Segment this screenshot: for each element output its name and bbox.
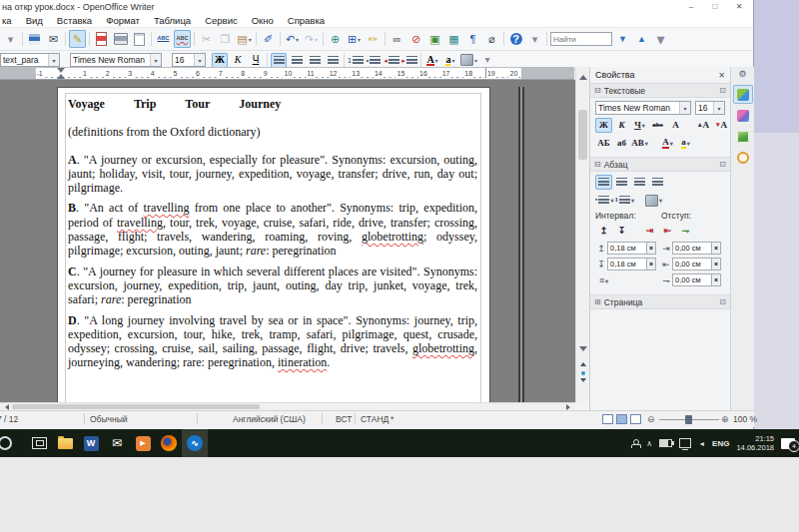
spacing-below-stepper[interactable] [647,258,656,270]
hyperlink-button[interactable]: ⊕ [327,30,344,48]
align-justify-button[interactable] [649,175,666,190]
hanging-indent-button[interactable]: ⇁ [677,224,694,239]
battery-icon[interactable] [659,439,672,447]
export-pdf-button[interactable] [93,30,110,48]
toolbar-overflow-button[interactable]: ▾ [526,30,543,48]
align-left-button[interactable] [595,175,612,190]
line-spacing-dropdown-arrow[interactable]: ▾ [605,277,608,284]
font-size-combo[interactable]: 16 ▾ [172,53,206,67]
draw-functions-button[interactable]: ✏ [365,30,382,48]
highlighting-color-button[interactable]: а▾ [677,136,694,151]
first-line-indent-stepper[interactable] [712,273,721,286]
font-name-combo[interactable]: Times New Roman ▾ [70,53,162,67]
vertical-scroll-thumb[interactable] [578,110,587,160]
formatting-overflow-button[interactable]: ▾ [479,53,495,68]
clone-formatting-button[interactable]: ✐ [260,30,277,48]
language-status[interactable]: Английский (США) [233,414,306,424]
bold-button[interactable]: Ж [212,53,228,68]
navigator-button[interactable]: ⊘ [407,30,424,48]
increase-indent-button[interactable]: ▸ [401,53,417,68]
zoom-button[interactable]: ⌀ [483,30,500,48]
single-page-view-button[interactable] [602,414,613,424]
align-center-button[interactable] [289,53,305,68]
horizontal-scroll-thumb[interactable] [12,404,260,409]
highlighting-color-dropdown-arrow[interactable]: ▾ [451,57,454,64]
style-dropdown-arrow[interactable]: ▾ [48,54,59,66]
horizontal-ruler[interactable]: -11234567891011121314151617181920 [0,67,574,80]
menu-item-4[interactable]: Таблица [147,15,198,26]
menu-item-5[interactable]: Сервис [198,15,245,26]
multi-page-view-button[interactable] [616,414,627,424]
spacing-above-stepper[interactable] [647,242,656,255]
italic-button[interactable]: К [230,53,246,68]
highlighting-color-button[interactable]: а▾ [442,53,458,68]
document-page[interactable]: VoyageTripTourJourney (definitions from … [57,87,490,402]
shrink-font-button[interactable]: ▾А [713,118,730,133]
taskbar-cortana[interactable] [0,429,26,457]
data-sources-button[interactable]: ▦ [445,30,462,48]
vertical-scrollbar[interactable] [575,67,589,402]
text-section-header[interactable]: ⊟ Текстовые ⊡ [590,83,730,98]
paragraph-dialog-launcher-icon[interactable]: ⊡ [719,160,726,169]
tray-expand-icon[interactable]: ∧ [646,439,652,448]
sidebar-tab-gallery[interactable] [733,127,753,146]
bold-button[interactable]: Ж [595,118,612,133]
edit-mode-button[interactable]: ✎ [69,30,86,48]
align-right-button[interactable] [631,175,648,190]
sidebar-tab-navigator[interactable] [733,148,753,167]
taskbar-media-player[interactable]: ▶ [130,429,156,457]
taskbar-firefox[interactable] [156,429,182,457]
action-center-icon[interactable]: 4 [781,438,795,449]
collapse-icon[interactable]: ⊟ [594,160,601,169]
sidebar-font-dropdown-arrow[interactable]: ▾ [679,102,690,114]
align-right-button[interactable] [307,53,323,68]
background-color-dropdown-arrow[interactable]: ▾ [474,57,477,64]
text-shadow-button[interactable]: A [667,118,684,133]
bullet-list-button[interactable]: • [366,53,382,68]
book-view-button[interactable] [630,414,641,424]
background-color-button[interactable]: ▾ [460,53,477,68]
close-button[interactable]: ✕ [727,0,751,13]
strikethrough-button[interactable]: abc [649,118,666,133]
indent-after-field[interactable]: 0,00 см [672,258,712,270]
minimize-button[interactable]: – [679,0,703,13]
redo-dropdown-arrow[interactable]: ▾ [315,36,318,43]
network-icon[interactable] [679,438,691,448]
taskbar-word[interactable]: W [78,429,104,457]
page-section-header[interactable]: ⊞ Страница ⊡ [590,294,730,309]
table-button[interactable]: ⊞▾ [346,30,363,48]
paste-dropdown-arrow[interactable]: ▾ [249,36,252,43]
sidebar-size-dropdown-arrow[interactable]: ▾ [713,102,724,114]
find-next-button[interactable]: ▼ [614,30,631,48]
numbered-list-button[interactable]: 1▾ [614,193,634,208]
paragraph-section-header[interactable]: ⊟ Абзац ⊡ [590,157,730,172]
menu-item-7[interactable]: Справка [281,15,332,26]
auto-spellcheck-button[interactable]: ABC [174,30,191,48]
zoom-out-icon[interactable]: ⊖ [647,414,655,424]
menu-item-2[interactable]: Вставка [50,15,99,26]
size-dropdown-arrow[interactable]: ▾ [194,54,205,66]
sidebar-font-name-combo[interactable]: Times New Roman ▾ [595,101,691,115]
zoom-level[interactable]: 100 % [733,414,757,424]
find-previous-button[interactable]: ▲ [633,30,650,48]
volume-icon[interactable]: ◄ [698,440,705,447]
scroll-up-button[interactable] [579,71,587,80]
decrease-paragraph-spacing-button[interactable]: ↧ [613,224,630,239]
taskbar-task-view[interactable] [26,429,52,457]
next-page-button[interactable] [578,377,587,386]
find-replace-button[interactable]: ∞ [389,30,405,48]
taskbar-openoffice-writer[interactable]: ∿ [182,429,208,457]
page-style-status[interactable]: Обычный [90,414,128,424]
taskbar-file-explorer[interactable] [52,429,78,457]
page-indicator[interactable]: 7 / 12 [0,414,18,424]
indent-before-stepper[interactable] [712,242,721,255]
navigation-button[interactable] [578,368,587,377]
page-dialog-launcher-icon[interactable]: ⊡ [719,297,726,306]
increase-paragraph-spacing-button[interactable]: ↥ [595,224,612,239]
align-left-button[interactable] [271,53,287,68]
menu-item-3[interactable]: Формат [99,15,147,26]
bullet-list-dropdown-arrow[interactable]: ▾ [610,197,613,204]
underline-button[interactable]: Ч [248,53,264,68]
print-button[interactable] [112,30,129,48]
undo-dropdown-arrow[interactable]: ▾ [296,36,299,43]
